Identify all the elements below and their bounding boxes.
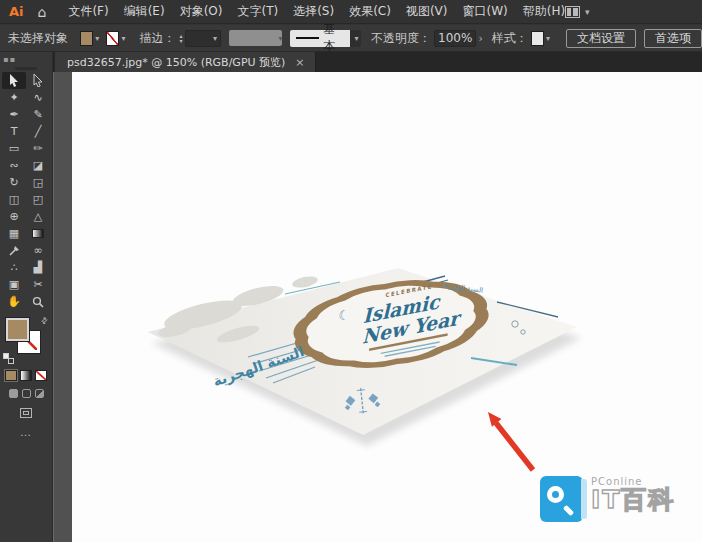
fill-stroke-control: ⇄ — [6, 318, 46, 360]
slice-icon: ✂ — [33, 278, 42, 291]
opacity-label: 不透明度： — [371, 30, 431, 47]
stroke-weight-dropdown[interactable]: ▾ — [185, 30, 221, 47]
draw-behind-icon[interactable] — [22, 389, 31, 398]
paintbrush-icon: ✏ — [33, 142, 42, 155]
shaper-tool[interactable]: ∾ — [2, 157, 26, 174]
direct-selection-tool[interactable] — [26, 72, 50, 89]
width-tool[interactable]: ◫ — [2, 191, 26, 208]
document-setup-button[interactable]: 文档设置 — [566, 29, 636, 48]
toolbar-columns-toggle[interactable]: ▪▪ — [3, 55, 16, 64]
magic-wand-icon: ✦ — [9, 91, 18, 104]
tools-panel: ▪▪ ✦ ∿ ✒ ✎ T ╱ ▭ — [0, 52, 53, 542]
graphic-style-swatch[interactable] — [531, 31, 544, 46]
brush-dropdown-button[interactable]: ▾ — [350, 30, 361, 47]
brush-definition-dropdown[interactable]: 基本 — [290, 30, 349, 47]
rectangle-tool[interactable]: ▭ — [2, 140, 26, 157]
stroke-weight-stepper[interactable]: ▴ ▾ — [179, 33, 182, 43]
paintbrush-tool[interactable]: ✏ — [26, 140, 50, 157]
curvature-tool[interactable]: ✎ — [26, 106, 50, 123]
eraser-icon: ◪ — [33, 159, 43, 172]
scale-icon: ◲ — [33, 176, 43, 189]
chevron-down-icon[interactable]: ▾ — [95, 34, 99, 43]
stepper-down-icon[interactable]: ▾ — [179, 38, 182, 43]
drawing-mode-buttons — [0, 389, 52, 398]
symbol-sprayer-tool[interactable]: ∴ — [2, 259, 26, 276]
menu-effect[interactable]: 效果(C) — [349, 3, 391, 20]
opacity-value-field[interactable]: 100% — [434, 30, 476, 47]
hand-tool[interactable]: ✋ — [2, 293, 26, 310]
chevron-down-icon: ▾ — [354, 34, 358, 43]
menu-help[interactable]: 帮助(H) — [523, 3, 565, 20]
chevron-down-icon[interactable]: ▾ — [121, 34, 125, 43]
home-icon[interactable]: ⌂ — [38, 4, 47, 20]
document-tab[interactable]: psd32657.jpg* @ 150% (RGB/GPU 预览) × — [55, 52, 316, 72]
zoom-tool[interactable] — [26, 293, 50, 310]
column-graph-tool[interactable]: ▟ — [26, 259, 50, 276]
color-mode-buttons — [0, 370, 52, 381]
menu-object[interactable]: 对象(O) — [180, 3, 223, 20]
menu-type[interactable]: 文字(T) — [237, 3, 278, 20]
rotate-tool[interactable]: ↻ — [2, 174, 26, 191]
preferences-button[interactable]: 首选项 — [644, 29, 702, 48]
hand-icon: ✋ — [7, 295, 21, 308]
slice-tool[interactable]: ✂ — [26, 276, 50, 293]
free-transform-tool[interactable]: ◰ — [26, 191, 50, 208]
rectangle-icon: ▭ — [9, 142, 19, 155]
opacity-panel-arrow-icon[interactable]: › — [478, 32, 482, 45]
chevron-down-icon: ▾ — [585, 7, 590, 17]
document-tab-title: psd32657.jpg* @ 150% (RGB/GPU 预览) — [67, 55, 285, 70]
blend-tool[interactable]: ∞ — [26, 242, 50, 259]
perspective-grid-tool[interactable]: △ — [26, 208, 50, 225]
canvas-viewport[interactable]: CELEBRATE Islamic New Year ☾ السنة الهجر… — [53, 72, 702, 542]
zoom-icon — [32, 296, 44, 308]
magic-wand-tool[interactable]: ✦ — [2, 89, 26, 106]
stroke-color-swatch[interactable] — [106, 31, 119, 46]
change-screen-mode-icon[interactable] — [20, 408, 32, 418]
menu-view[interactable]: 视图(V) — [406, 3, 448, 20]
line-segment-icon: ╱ — [35, 125, 42, 138]
scale-tool[interactable]: ◲ — [26, 174, 50, 191]
draw-inside-icon[interactable] — [35, 389, 44, 398]
magnifier-handle — [563, 505, 574, 516]
gradient-button[interactable] — [20, 370, 32, 381]
eyedropper-tool[interactable] — [2, 242, 26, 259]
toolbar-grip[interactable] — [15, 67, 37, 70]
fill-color-swatch[interactable] — [80, 31, 93, 46]
menu-edit[interactable]: 编辑(E) — [124, 3, 165, 20]
watermark-title: IT百科 — [591, 487, 675, 513]
pconline-watermark: PConline IT百科 — [540, 476, 675, 522]
type-icon: T — [11, 125, 18, 138]
shape-builder-tool[interactable]: ⊕ — [2, 208, 26, 225]
blend-icon: ∞ — [33, 244, 42, 257]
mesh-tool[interactable]: ▦ — [2, 225, 26, 242]
eraser-tool[interactable]: ◪ — [26, 157, 50, 174]
card-crescent-icon: ☾ — [338, 306, 350, 323]
default-fill-stroke-icon[interactable] — [3, 353, 12, 362]
chevron-down-icon[interactable]: ▾ — [546, 34, 550, 43]
rotate-icon: ↻ — [9, 176, 18, 189]
edit-toolbar-ellipsis[interactable]: … — [0, 426, 52, 439]
color-button[interactable] — [5, 370, 17, 381]
fill-indicator[interactable] — [6, 318, 29, 341]
illustrator-window: Ai ⌂ 文件(F) 编辑(E) 对象(O) 文字(T) 选择(S) 效果(C)… — [0, 0, 702, 542]
line-segment-tool[interactable]: ╱ — [26, 123, 50, 140]
menu-window[interactable]: 窗口(W) — [462, 3, 507, 20]
width-profile-dropdown[interactable]: ▾ — [229, 30, 282, 46]
none-button[interactable] — [35, 370, 47, 381]
artboard-tool[interactable]: ▣ — [2, 276, 26, 293]
selection-tool[interactable] — [2, 72, 26, 89]
pen-tool[interactable]: ✒ — [2, 106, 26, 123]
lasso-icon: ∿ — [33, 91, 42, 104]
draw-normal-icon[interactable] — [9, 389, 18, 398]
artwork-layer: CELEBRATE Islamic New Year ☾ السنة الهجر… — [53, 72, 701, 542]
close-icon[interactable]: × — [295, 56, 304, 69]
menu-select[interactable]: 选择(S) — [293, 3, 334, 20]
lasso-tool[interactable]: ∿ — [26, 89, 50, 106]
menu-bar: Ai ⌂ 文件(F) 编辑(E) 对象(O) 文字(T) 选择(S) 效果(C)… — [0, 0, 702, 24]
menu-file[interactable]: 文件(F) — [68, 3, 108, 20]
gradient-tool[interactable] — [26, 225, 50, 242]
curvature-icon: ✎ — [33, 108, 42, 121]
swap-fill-stroke-icon[interactable]: ⇄ — [39, 315, 50, 326]
workspace-switcher[interactable]: ▾ — [565, 6, 590, 18]
type-tool[interactable]: T — [2, 123, 26, 140]
